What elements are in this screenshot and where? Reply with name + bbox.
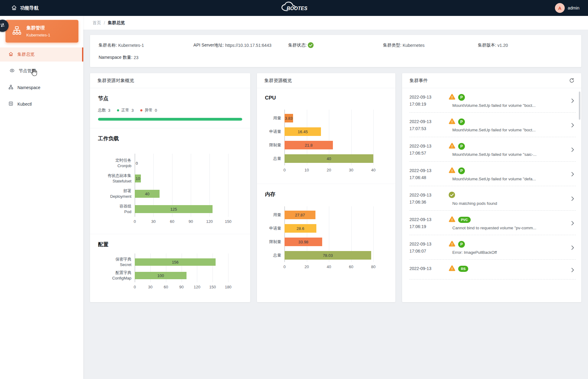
event-date: 2022-09-13 bbox=[409, 94, 449, 101]
home-icon bbox=[8, 51, 13, 58]
x-axis: 020406080 bbox=[285, 262, 373, 270]
chevron-right-icon[interactable] bbox=[565, 241, 576, 255]
node-progress-bar bbox=[98, 118, 242, 121]
chart-row: 16.45 bbox=[285, 125, 373, 138]
gridline bbox=[228, 154, 228, 217]
node-section: 节点 总数 3 正常 3 bbox=[90, 88, 250, 128]
axis-category-label: 用量 bbox=[265, 208, 285, 222]
namespace-count-field: Namespace 数量: 23 bbox=[99, 55, 138, 60]
chevron-right-icon[interactable] bbox=[565, 94, 576, 108]
nav-menu-button[interactable]: 功能导航 bbox=[0, 5, 39, 12]
warning-icon: ! bbox=[449, 265, 455, 272]
event-item[interactable]: 2022-09-1317:06:19!PVCCannot bind to req… bbox=[409, 211, 576, 235]
axis-tick: 120 bbox=[194, 285, 200, 289]
bar-value-label: 100 bbox=[157, 273, 164, 278]
user-menu[interactable]: A admin bbox=[555, 0, 579, 16]
svg-text:!: ! bbox=[451, 218, 453, 222]
event-item[interactable]: 2022-09-1317:06:36No matching pods found bbox=[409, 186, 576, 211]
workload-chart: 定时任务Cronjob有状态副本集Statefulset部署Deployment… bbox=[98, 156, 242, 225]
axis-tick: 0 bbox=[134, 219, 136, 224]
gridline bbox=[228, 253, 228, 282]
axis-tick: 150 bbox=[225, 219, 232, 224]
event-item[interactable]: 2022-09-13!RS bbox=[409, 260, 576, 280]
config-section: 配置 保密字典Secret配置字典ConfigMap15610003060901… bbox=[90, 234, 250, 298]
bar: 10 bbox=[135, 174, 141, 182]
legend-normal: 正常 3 bbox=[117, 107, 134, 113]
panel-title: 集群资源对象概览 bbox=[90, 73, 250, 88]
axis-category-label: 用量 bbox=[265, 111, 285, 125]
cluster-status-field: 集群状态: bbox=[288, 42, 383, 48]
chevron-right-icon[interactable] bbox=[565, 167, 576, 181]
sidebar-item-node-management[interactable]: 节点管理 bbox=[0, 64, 83, 78]
node-legend: 总数 3 正常 3 异常 0 bbox=[98, 107, 242, 113]
axis-tick: 180 bbox=[225, 285, 232, 289]
top-header: 功能导航 BOOTES A admin bbox=[0, 0, 588, 16]
bar-value-label: 10 bbox=[136, 176, 140, 181]
bar-chart: 用量申请量限制量总量3.8316.4521.840010203040 bbox=[265, 111, 387, 173]
chart-row: 0 bbox=[135, 156, 228, 171]
sidebar-item-label: 集群总览 bbox=[17, 52, 35, 57]
legend-abnormal: 异常 0 bbox=[140, 107, 157, 113]
event-item[interactable]: 2022-09-1317:06:07!PError: ImagePullBack… bbox=[409, 235, 576, 260]
sidebar-item-cluster-overview[interactable]: 集群总览 bbox=[0, 47, 83, 62]
event-message: Error: ImagePullBackOff bbox=[452, 250, 565, 255]
cpu-section: CPU 用量申请量限制量总量3.8316.4521.840010203040 bbox=[257, 88, 395, 184]
sidebar: 集群管理 Kubernetes-1 集群总览 bbox=[0, 16, 83, 379]
chevron-right-icon[interactable] bbox=[565, 118, 576, 132]
svg-text:!: ! bbox=[451, 267, 453, 271]
sidebar-item-kubectl[interactable]: Kubectl bbox=[0, 97, 83, 111]
bar-chart: 保密字典Secret配置字典ConfigMap15610003060901201… bbox=[98, 255, 242, 290]
bar: 33.98 bbox=[285, 238, 322, 246]
event-item[interactable]: 2022-09-1317:06:48!PMountVolume.SetUp fa… bbox=[409, 162, 576, 186]
cluster-card[interactable]: 集群管理 Kubernetes-1 bbox=[6, 20, 78, 43]
svg-text:!: ! bbox=[451, 144, 453, 148]
sidebar-menu: 集群总览 节点管理 Namespace bbox=[0, 47, 83, 111]
event-date: 2022-09-13 bbox=[409, 167, 449, 174]
axis-tick: 40 bbox=[327, 265, 331, 269]
axis-category-label: 申请量 bbox=[265, 222, 285, 235]
resource-objects-panel: 集群资源对象概览 节点 总数 3 正常 3 bbox=[90, 73, 250, 302]
axis-tick: 150 bbox=[209, 285, 216, 289]
sidebar-item-namespace[interactable]: Namespace bbox=[0, 81, 83, 95]
breadcrumb-current: 集群总览 bbox=[108, 20, 125, 26]
axis-tick: 0 bbox=[283, 265, 285, 269]
event-time: 17:07:53 bbox=[409, 125, 449, 132]
refresh-button[interactable] bbox=[569, 78, 575, 83]
event-datetime: 2022-09-1317:06:48 bbox=[409, 167, 449, 181]
chevron-right-icon[interactable] bbox=[565, 143, 576, 157]
event-item[interactable]: 2022-09-1317:07:53!PMountVolume.SetUp fa… bbox=[409, 113, 576, 137]
bar-chart: 用量申请量限制量总量27.8728.633.9878.03020406080 bbox=[265, 208, 387, 270]
chevron-right-icon[interactable] bbox=[565, 216, 576, 230]
breadcrumb-home[interactable]: 首页 bbox=[92, 20, 101, 26]
event-item[interactable]: 2022-09-1317:06:57!PMountVolume.SetUp fa… bbox=[409, 137, 576, 162]
warning-icon: ! bbox=[449, 216, 455, 223]
bar-value-label: 125 bbox=[170, 207, 177, 212]
chart-label-column: 用量申请量限制量总量 bbox=[265, 111, 285, 173]
memory-section: 内存 用量申请量限制量总量27.8728.633.9878.0302040608… bbox=[257, 184, 395, 277]
axis-tick: 90 bbox=[179, 285, 183, 289]
event-datetime: 2022-09-1317:08:19 bbox=[409, 94, 449, 108]
event-datetime: 2022-09-13 bbox=[409, 265, 449, 275]
axis-tick: 30 bbox=[148, 285, 153, 289]
success-check-icon bbox=[449, 192, 455, 199]
bar: 27.87 bbox=[285, 211, 315, 219]
cluster-type-field: 集群类型: Kubernetes bbox=[383, 42, 478, 48]
chart-row: 33.98 bbox=[285, 235, 373, 249]
scrollbar-thumb[interactable] bbox=[579, 92, 580, 120]
event-item[interactable]: 2022-09-1317:08:19!PMountVolume.SetUp fa… bbox=[409, 88, 576, 113]
axis-tick: 0 bbox=[134, 285, 136, 289]
namespace-icon bbox=[8, 84, 13, 91]
nav-title: 功能导航 bbox=[20, 5, 39, 11]
axis-category-label: 部署Deployment bbox=[98, 186, 135, 201]
api-server-field: API Server地址: https://10.10.17.51:6443 bbox=[194, 42, 288, 48]
chart-label-column: 用量申请量限制量总量 bbox=[265, 208, 285, 270]
svg-text:!: ! bbox=[451, 120, 453, 124]
resource-kind-badge: P bbox=[458, 143, 465, 150]
bar: 28.6 bbox=[285, 224, 316, 233]
chevron-right-icon[interactable] bbox=[565, 192, 576, 206]
warning-icon: ! bbox=[449, 143, 455, 150]
chart-plot-area: 27.8728.633.9878.03020406080 bbox=[285, 208, 387, 270]
chevron-right-icon[interactable] bbox=[565, 265, 576, 275]
axis-category-label: 总量 bbox=[265, 249, 285, 262]
axis-tick: 80 bbox=[371, 265, 375, 269]
